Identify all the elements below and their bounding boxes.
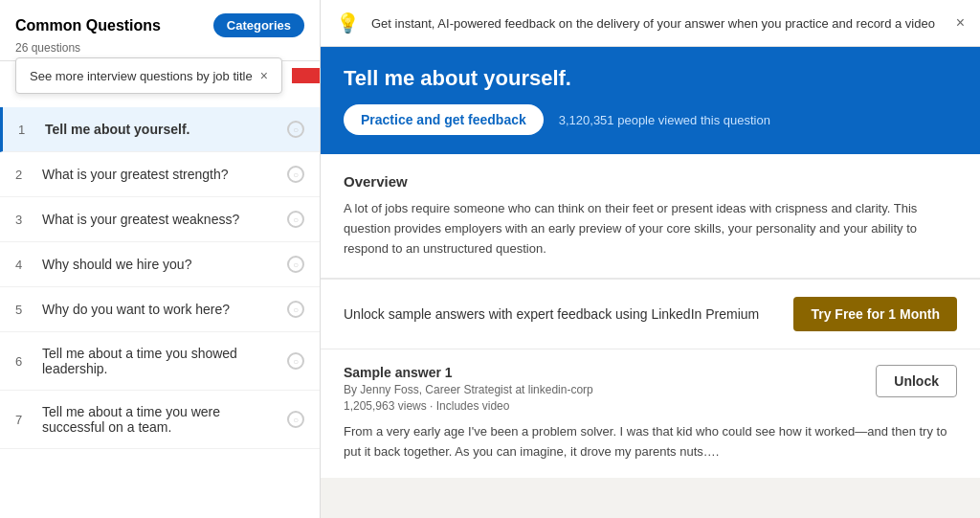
item-number: 4 — [15, 258, 31, 272]
sample-answer-title: Sample answer 1 — [344, 365, 876, 380]
item-number: 1 — [18, 123, 33, 137]
tooltip-text: See more interview questions by job titl… — [30, 69, 253, 83]
item-number: 2 — [15, 168, 31, 182]
sidebar-list: 1Tell me about yourself.○2What is your g… — [0, 61, 320, 518]
tooltip-wrapper: See more interview questions by job titl… — [15, 57, 321, 94]
sidebar-item[interactable]: 6Tell me about a time you showed leaders… — [0, 332, 320, 391]
premium-bar: Unlock sample answers with expert feedba… — [321, 279, 980, 349]
feedback-text: Get instant, AI-powered feedback on the … — [371, 16, 945, 31]
item-text: What is your greatest weakness? — [42, 212, 276, 227]
red-arrow-icon — [292, 58, 321, 93]
item-number: 6 — [15, 354, 31, 369]
item-text: Why should we hire you? — [42, 257, 276, 272]
item-text: Tell me about yourself. — [45, 122, 276, 137]
overview-title: Overview — [344, 173, 957, 190]
sidebar-item[interactable]: 1Tell me about yourself.○ — [0, 107, 320, 152]
item-text: What is your greatest strength? — [42, 167, 276, 182]
item-check-icon: ○ — [287, 121, 304, 138]
item-text: Tell me about a time you were successful… — [42, 404, 276, 435]
sidebar: Common Questions Categories 26 questions… — [0, 0, 321, 518]
banner-close-icon[interactable]: × — [956, 14, 965, 32]
feedback-banner: 💡 Get instant, AI-powered feedback on th… — [321, 0, 980, 47]
sidebar-item[interactable]: 4Why should we hire you?○ — [0, 242, 320, 287]
sample-answer-meta: 1,205,963 views · Includes video — [344, 399, 876, 413]
premium-text: Unlock sample answers with expert feedba… — [344, 306, 759, 322]
item-text: Why do you want to work here? — [42, 302, 276, 317]
lightbulb-icon: 💡 — [336, 11, 360, 34]
tooltip-box: See more interview questions by job titl… — [15, 57, 282, 94]
sidebar-item[interactable]: 3What is your greatest weakness?○ — [0, 197, 320, 242]
overview-text: A lot of jobs require someone who can th… — [344, 199, 957, 259]
item-number: 7 — [15, 413, 31, 427]
sidebar-item[interactable]: 7Tell me about a time you were successfu… — [0, 391, 320, 449]
item-check-icon: ○ — [287, 301, 304, 318]
sample-answer-text: From a very early age I've been a proble… — [344, 422, 957, 462]
svg-marker-0 — [292, 60, 321, 91]
tooltip-close-icon[interactable]: × — [260, 68, 268, 83]
item-check-icon: ○ — [287, 166, 304, 183]
item-check-icon: ○ — [287, 352, 304, 370]
sidebar-subtitle: 26 questions — [15, 41, 304, 55]
item-number: 3 — [15, 213, 31, 227]
sample-answer-by: By Jenny Foss, Career Strategist at link… — [344, 383, 876, 396]
item-number: 5 — [15, 303, 31, 317]
views-count: 3,120,351 people viewed this question — [559, 113, 770, 127]
question-title: Tell me about yourself. — [344, 66, 957, 91]
sidebar-item[interactable]: 5Why do you want to work here?○ — [0, 287, 320, 332]
practice-feedback-button[interactable]: Practice and get feedback — [344, 104, 544, 135]
categories-button[interactable]: Categories — [213, 13, 304, 37]
item-text: Tell me about a time you showed leadersh… — [42, 346, 276, 376]
unlock-button[interactable]: Unlock — [876, 365, 957, 397]
item-check-icon: ○ — [287, 211, 304, 228]
sidebar-item[interactable]: 2What is your greatest strength?○ — [0, 152, 320, 197]
overview-section: Overview A lot of jobs require someone w… — [321, 154, 980, 279]
question-header: Tell me about yourself. Practice and get… — [321, 47, 980, 154]
try-free-button[interactable]: Try Free for 1 Month — [793, 297, 957, 331]
item-check-icon: ○ — [287, 411, 304, 428]
main-content: 💡 Get instant, AI-powered feedback on th… — [321, 0, 980, 518]
sample-answer-section: Sample answer 1 By Jenny Foss, Career St… — [321, 349, 980, 478]
sidebar-title: Common Questions — [15, 17, 161, 34]
item-check-icon: ○ — [287, 256, 304, 273]
sidebar-header: Common Questions Categories 26 questions — [0, 0, 320, 61]
